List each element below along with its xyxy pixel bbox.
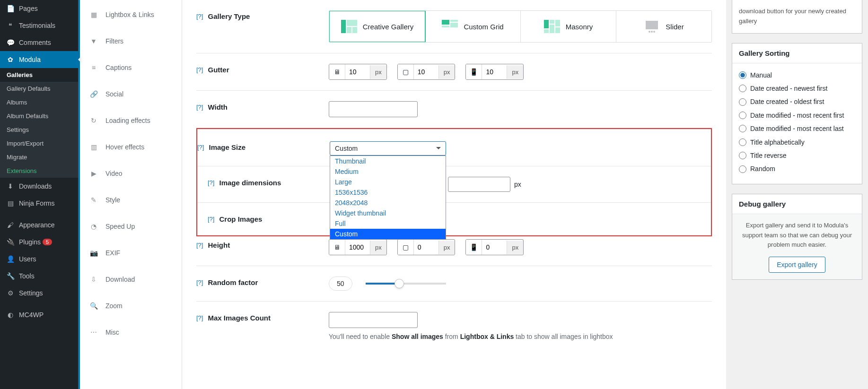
wrench-icon: 🔧 [6, 271, 15, 281]
subitem-migrate[interactable]: Migrate [0, 150, 78, 164]
opt-medium[interactable]: Medium [330, 166, 446, 177]
svg-rect-14 [646, 21, 658, 29]
user-icon: 👤 [6, 254, 15, 264]
quote-icon: ❝ [6, 21, 15, 30]
random-factor-value: 50 [329, 277, 352, 291]
help-icon[interactable]: [?] [208, 216, 214, 223]
svg-rect-4 [442, 20, 449, 25]
misc-icon: ⋯ [88, 327, 99, 337]
slider-thumb[interactable] [395, 279, 403, 288]
subitem-galleries[interactable]: Galleries [0, 68, 78, 82]
tab-exif[interactable]: 📷EXIF [80, 240, 182, 266]
help-icon[interactable]: [?] [196, 66, 203, 73]
tab-lightbox-links[interactable]: ▦Lightbox & Links [80, 0, 182, 28]
sidebar-item-ninja-forms[interactable]: ▤Ninja Forms [0, 195, 78, 212]
help-icon[interactable]: [?] [196, 104, 203, 111]
subitem-gallery-defaults[interactable]: Gallery Defaults [0, 82, 78, 95]
tab-hover-effects[interactable]: ▥Hover effects [80, 134, 182, 160]
tab-speed-up[interactable]: ◔Speed Up [80, 213, 182, 240]
brush-icon: 🖌 [6, 220, 15, 230]
sort-created-oldest[interactable]: Date created - oldest first [739, 96, 855, 107]
opt-large[interactable]: Large [330, 177, 446, 187]
debug-title: Debug gallery [732, 194, 862, 214]
sort-manual[interactable]: Manual [739, 70, 855, 80]
label-image-dimensions: Image dimensions [219, 179, 281, 187]
height-mobile-input[interactable] [482, 241, 507, 254]
random-factor-slider[interactable] [366, 283, 446, 285]
desktop-icon: 🖥 [329, 64, 345, 79]
gallery-type-custom-grid[interactable]: Custom Grid [425, 11, 521, 42]
subitem-albums[interactable]: Albums [0, 95, 78, 109]
zoom-icon: 🔍 [88, 301, 99, 311]
opt-widget[interactable]: Widget thumbnail [330, 208, 446, 218]
help-icon[interactable]: [?] [196, 314, 203, 321]
sidebar-item-users[interactable]: 👤Users [0, 251, 78, 268]
opt-full[interactable]: Full [330, 218, 446, 229]
height-tablet-input[interactable] [414, 241, 438, 254]
plug-icon: 🔌 [6, 237, 15, 247]
svg-rect-13 [555, 27, 560, 33]
gutter-desktop-input[interactable] [345, 65, 370, 78]
sidebar-item-comments[interactable]: 💬Comments [0, 34, 78, 51]
sidebar-item-settings[interactable]: ⚙Settings [0, 285, 78, 302]
label-max-images: Max Images Count [208, 314, 271, 322]
sort-modified-first[interactable]: Date modified - most recent first [739, 110, 855, 121]
gutter-mobile-input[interactable] [482, 65, 507, 78]
image-dimensions-input[interactable] [448, 177, 510, 192]
tab-loading-effects[interactable]: ↻Loading effects [80, 107, 182, 134]
gutter-tablet: ▢px [397, 64, 456, 80]
svg-point-17 [653, 31, 655, 33]
sidebar-item-appearance[interactable]: 🖌Appearance [0, 216, 78, 233]
highlighted-section: [?]Image Size Custom Thumbnail Medium La… [196, 128, 712, 236]
opt-thumbnail[interactable]: Thumbnail [330, 156, 446, 166]
sidebar-item-pages[interactable]: 📄Pages [0, 0, 78, 17]
tab-filters[interactable]: ▼Filters [80, 28, 182, 54]
help-icon[interactable]: [?] [196, 242, 203, 249]
sidebar-item-mc4wp[interactable]: ◐MC4WP [0, 306, 78, 323]
max-images-input[interactable] [329, 312, 418, 328]
sidebar-item-downloads[interactable]: ⬇Downloads [0, 178, 78, 195]
gallery-type-slider[interactable]: Slider [616, 11, 711, 42]
tab-social[interactable]: 🔗Social [80, 81, 182, 107]
tab-misc[interactable]: ⋯Misc [80, 319, 182, 346]
sidebar-item-testimonials[interactable]: ❝Testimonials [0, 17, 78, 34]
gallery-type-creative[interactable]: Creative Gallery [329, 10, 426, 43]
sidebar-item-modula[interactable]: ✿Modula [0, 51, 78, 68]
help-icon[interactable]: [?] [196, 13, 203, 20]
tab-style[interactable]: ✎Style [80, 187, 182, 213]
sort-modified-last[interactable]: Date modified - most recent last [739, 123, 855, 134]
sort-title-reverse[interactable]: Title reverse [739, 150, 855, 161]
tab-download[interactable]: ⇩Download [80, 266, 182, 293]
height-desktop-input[interactable] [345, 241, 370, 254]
gallery-type-masonry[interactable]: Masonry [521, 11, 616, 42]
row-image-dimensions: [?]Image dimensions px [197, 166, 711, 203]
sort-created-newest[interactable]: Date created - newest first [739, 83, 855, 94]
help-icon[interactable]: [?] [196, 279, 203, 286]
gutter-tablet-input[interactable] [414, 65, 438, 78]
width-input[interactable] [329, 101, 418, 117]
sort-random[interactable]: Random [739, 164, 855, 174]
help-icon[interactable]: [?] [197, 144, 204, 151]
export-gallery-button[interactable]: Export gallery [769, 257, 825, 273]
opt-custom[interactable]: Custom [330, 229, 446, 239]
download-icon: ⇩ [88, 274, 99, 285]
opt-2048[interactable]: 2048x2048 [330, 198, 446, 208]
subitem-extensions[interactable]: Extensions [0, 164, 78, 178]
svg-rect-2 [347, 27, 351, 33]
help-icon[interactable]: [?] [208, 179, 214, 186]
tab-zoom[interactable]: 🔍Zoom [80, 293, 182, 319]
wp-admin-sidebar: 📄Pages ❝Testimonials 💬Comments ✿Modula G… [0, 0, 78, 389]
tab-captions[interactable]: ≡Captions [80, 54, 182, 81]
row-random-factor: [?]Random factor 50 [196, 266, 712, 302]
image-size-select[interactable]: Custom [330, 141, 446, 156]
subitem-settings[interactable]: Settings [0, 123, 78, 137]
sort-title-alpha[interactable]: Title alphabetically [739, 137, 855, 147]
sidebar-item-plugins[interactable]: 🔌Plugins5 [0, 233, 78, 251]
camera-icon: 📷 [88, 248, 99, 258]
sidebar-item-tools[interactable]: 🔧Tools [0, 268, 78, 285]
subitem-import-export[interactable]: Import/Export [0, 137, 78, 150]
subitem-album-defaults[interactable]: Album Defaults [0, 109, 78, 123]
label-width: Width [208, 103, 228, 111]
tab-video[interactable]: ▶Video [80, 160, 182, 187]
opt-1536[interactable]: 1536x1536 [330, 187, 446, 198]
